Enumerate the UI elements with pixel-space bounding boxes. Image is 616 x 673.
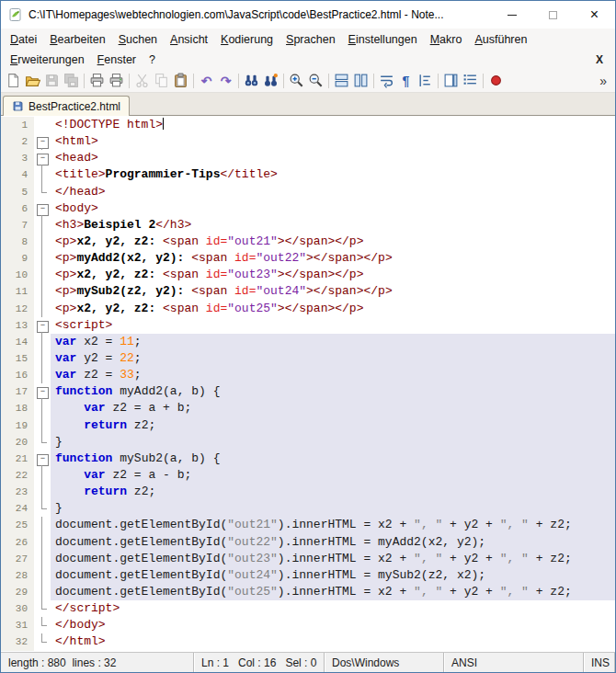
line-number: 17	[1, 383, 34, 400]
menu-item-datei[interactable]: Datei	[4, 31, 43, 48]
menu-item-suchen[interactable]: Suchen	[112, 31, 164, 48]
zoom-in-icon[interactable]	[287, 71, 306, 90]
menu-item-sprachen[interactable]: Sprachen	[279, 31, 342, 48]
document-map-icon[interactable]	[441, 71, 461, 90]
undo-icon[interactable]: ↶	[197, 71, 216, 90]
fold-margin	[34, 434, 51, 451]
close-button[interactable]: ×	[574, 1, 615, 29]
menu-item-help[interactable]: ?	[143, 51, 162, 68]
fold-collapse-marker[interactable]	[34, 200, 51, 217]
code-line: 3<head>	[1, 150, 615, 166]
menu-item-ansicht[interactable]: Ansicht	[164, 31, 214, 48]
new-file-icon[interactable]	[4, 71, 23, 90]
line-number: 9	[1, 250, 34, 267]
fold-margin	[34, 117, 51, 133]
function-list-icon[interactable]	[461, 71, 480, 90]
code-line: 30</script>	[1, 600, 615, 617]
fold-collapse-marker[interactable]	[34, 133, 51, 150]
menu-item-ausf-hren[interactable]: Ausführen	[468, 31, 533, 48]
code-text: var x2 = 11;	[51, 334, 615, 350]
menu-item-einstellungen[interactable]: Einstellungen	[342, 31, 424, 48]
code-text: document.getElementById("out21").innerHT…	[51, 517, 615, 533]
code-line: 8<p>x2, y2, z2: <span id="out21"></span>…	[1, 234, 615, 250]
status-doc-length: length : 880 lines : 32	[1, 653, 194, 672]
replace-icon[interactable]	[261, 71, 280, 90]
toolbar-separator	[238, 74, 239, 88]
status-bar: length : 880 lines : 32 Ln : 1 Col : 16 …	[1, 652, 615, 672]
sync-vertical-scroll-icon[interactable]	[332, 71, 351, 90]
fold-margin	[34, 283, 51, 300]
title-bar[interactable]: C:\IT\Homepages\webtechnologien.com\Java…	[1, 1, 615, 29]
code-line: 13<script>	[1, 317, 615, 334]
code-text: <p>x2, y2, z2: <span id="out25"></span><…	[51, 301, 615, 317]
fold-collapse-marker[interactable]	[34, 150, 51, 166]
show-all-characters-icon[interactable]: ¶	[396, 71, 416, 90]
menu-item-erweiterungen[interactable]: Erweiterungen	[4, 51, 91, 68]
toolbar-separator	[438, 74, 439, 88]
code-line: 9<p>myAdd2(x2, y2): <span id="out22"></s…	[1, 250, 615, 267]
code-text: var y2 = 22;	[51, 350, 615, 367]
menu-item-makro[interactable]: Makro	[424, 31, 469, 48]
code-line: 20}	[1, 434, 615, 451]
fold-margin	[34, 166, 51, 183]
sync-horizontal-scroll-icon[interactable]	[351, 71, 371, 90]
line-number: 21	[1, 451, 34, 467]
code-line: 14var x2 = 11;	[1, 334, 615, 350]
fold-margin	[34, 367, 51, 383]
code-text: <p>x2, y2, z2: <span id="out21"></span><…	[51, 234, 615, 250]
minimize-button[interactable]	[491, 1, 532, 29]
minimize-icon	[508, 15, 517, 16]
code-text: }	[51, 434, 615, 451]
maximize-button[interactable]	[532, 1, 574, 29]
fold-margin	[34, 551, 51, 567]
find-icon[interactable]	[242, 71, 261, 90]
line-number: 11	[1, 283, 34, 300]
code-line: 28document.getElementById("out24").inner…	[1, 567, 615, 584]
menu-item-kodierung[interactable]: Kodierung	[214, 31, 279, 48]
redo-icon[interactable]: ↷	[216, 71, 235, 90]
fold-collapse-marker[interactable]	[34, 317, 51, 334]
fold-margin	[34, 617, 51, 633]
line-number: 6	[1, 200, 34, 217]
line-number: 31	[1, 617, 34, 633]
menu-item-fenster[interactable]: Fenster	[91, 51, 143, 68]
fold-margin	[34, 600, 51, 617]
print-icon[interactable]	[87, 71, 107, 90]
editor[interactable]: 1<!DOCTYPE html>2<html>3<head>4<title>Pr…	[1, 116, 615, 652]
fold-margin	[34, 417, 51, 434]
line-number: 2	[1, 133, 34, 150]
line-number: 12	[1, 301, 34, 317]
line-number: 30	[1, 600, 34, 617]
code-line: 4<title>Programmier-Tips</title>	[1, 166, 615, 183]
code-text: function mySub2(a, b) {	[51, 451, 615, 467]
code-line: 25document.getElementById("out21").inner…	[1, 517, 615, 533]
start-recording-icon[interactable]	[486, 71, 506, 90]
zoom-out-icon[interactable]	[306, 71, 325, 90]
paste-icon[interactable]	[171, 71, 190, 90]
line-number: 13	[1, 317, 34, 334]
code-text: document.getElementById("out22").innerHT…	[51, 534, 615, 551]
line-number: 22	[1, 467, 34, 484]
toolbar-overflow-button[interactable]: »	[594, 74, 612, 88]
fold-collapse-marker[interactable]	[34, 451, 51, 467]
code-text: function myAdd2(a, b) {	[51, 383, 615, 400]
menu-item-bearbeiten[interactable]: Bearbeiten	[43, 31, 111, 48]
toolbar-separator	[129, 74, 130, 88]
word-wrap-icon[interactable]	[377, 71, 396, 90]
open-file-icon[interactable]	[23, 71, 42, 90]
tab-bestpractice2[interactable]: BestPractice2.html	[3, 96, 130, 116]
code-line: 2<html>	[1, 133, 615, 150]
save-all-icon[interactable]	[62, 71, 81, 90]
code-text: <p>mySub2(z2, y2): <span id="out24"></sp…	[51, 283, 615, 300]
cut-icon[interactable]	[132, 71, 152, 90]
line-number: 23	[1, 484, 34, 500]
line-number: 5	[1, 184, 34, 200]
tab-bar: BestPractice2.html	[1, 93, 615, 116]
toolbar-separator	[283, 74, 284, 88]
print-now-icon[interactable]	[107, 71, 126, 90]
copy-icon[interactable]	[152, 71, 171, 90]
fold-collapse-marker[interactable]	[34, 383, 51, 400]
indent-guide-icon[interactable]	[416, 71, 435, 90]
save-file-icon[interactable]	[42, 71, 62, 90]
menubar-close-button[interactable]: X	[587, 53, 612, 66]
